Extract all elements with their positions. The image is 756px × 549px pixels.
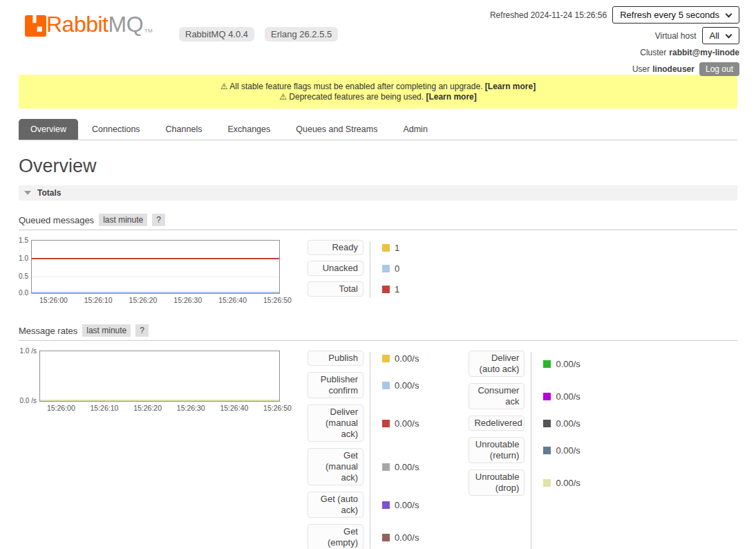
- banner-line-1: ⚠ All stable feature flags must be enabl…: [19, 82, 737, 92]
- y-tick: 0.0 /s: [20, 397, 37, 404]
- y-tick: 1.5: [19, 236, 28, 244]
- page-title: Overview: [19, 156, 756, 177]
- refresh-interval-select[interactable]: Refresh every 5 seconds: [612, 6, 739, 24]
- tab-overview[interactable]: Overview: [19, 119, 78, 140]
- legend-row-publisher-confirm: Publisher confirm 0.00/s: [308, 372, 419, 398]
- legend-row-unroutable-drop: Unroutable (drop) 0.00/s: [469, 469, 580, 496]
- y-axis-labels: 1.0 /s 0.0 /s: [19, 351, 39, 402]
- y-tick: 1.0 /s: [20, 347, 37, 355]
- warning-banner: ⚠ All stable feature flags must be enabl…: [19, 75, 737, 109]
- legend-label: Publish: [308, 351, 363, 366]
- legend-row-deliver-auto-ack: Deliver (auto ack) 0.00/s: [469, 351, 580, 377]
- legend-row-get-manual-ack: Get (manual ack) 0.00/s: [308, 448, 419, 485]
- x-axis-labels: 15:26:00 15:26:10 15:26:20 15:26:30 15:2…: [39, 404, 280, 414]
- logout-button[interactable]: Log out: [699, 62, 739, 76]
- x-tick: 15:26:20: [133, 404, 162, 412]
- consumer-ack-rate: 0.00/s: [556, 391, 580, 402]
- banner-line-2: ⚠ Deprecated features are being used. [L…: [19, 92, 737, 102]
- x-axis-labels: 15:26:00 15:26:10 15:26:20 15:26:30 15:2…: [31, 296, 280, 306]
- tab-admin[interactable]: Admin: [391, 119, 439, 140]
- period-badge[interactable]: last minute: [99, 214, 147, 226]
- rabbitmq-logo[interactable]: Rabbit MQ TM: [25, 11, 153, 37]
- main-tabs: Overview Connections Channels Exchanges …: [19, 119, 737, 140]
- get-auto-ack-color-swatch: [382, 501, 390, 509]
- message-rates-plot-area: [39, 351, 280, 402]
- user-name: linodeuser: [652, 64, 694, 74]
- unroutable-drop-color-swatch: [543, 479, 551, 487]
- tab-exchanges[interactable]: Exchanges: [216, 119, 282, 140]
- legend-label: Publisher confirm: [308, 372, 363, 398]
- deliver-manual-ack-color-swatch: [382, 420, 390, 427]
- get-empty-rate: 0.00/s: [395, 532, 419, 543]
- get-manual-ack-color-swatch: [382, 463, 390, 471]
- learn-more-link-1[interactable]: [Learn more]: [485, 82, 536, 91]
- total-value: 1: [395, 284, 399, 295]
- unacked-series-line: [32, 292, 279, 293]
- refreshed-timestamp: Refreshed 2024-11-24 15:26:56: [490, 10, 607, 20]
- legend-row-total: Total 1: [308, 281, 399, 297]
- get-empty-color-swatch: [382, 534, 390, 541]
- legend-label: Ready: [308, 240, 363, 255]
- message-rates-legend-col2: Deliver (auto ack) 0.00/s Consumer ack 0…: [469, 351, 580, 549]
- chevron-down-icon: [726, 31, 733, 38]
- y-tick: 1.0: [19, 254, 28, 262]
- deliver-auto-ack-rate: 0.00/s: [556, 359, 580, 369]
- rabbitmq-version-badge: RabbitMQ 4.0.4: [179, 27, 254, 41]
- tab-channels[interactable]: Channels: [154, 119, 214, 140]
- message-rates-section: Message rates last minute ? 1.0 /s 0.0 /…: [19, 324, 737, 549]
- legend-label: Total: [308, 281, 363, 297]
- message-rates-title: Message rates: [19, 326, 77, 336]
- redelivered-color-swatch: [543, 420, 551, 427]
- virtual-host-label: Virtual host: [655, 31, 697, 41]
- publish-rate: 0.00/s: [395, 353, 419, 364]
- publish-color-swatch: [382, 355, 390, 362]
- refresh-interval-value: Refresh every 5 seconds: [620, 10, 719, 20]
- x-tick: 15:26:20: [129, 296, 158, 304]
- total-color-swatch: [382, 286, 390, 293]
- queued-messages-header: Queued messages last minute ?: [19, 214, 737, 230]
- x-tick: 15:26:50: [263, 404, 292, 412]
- legend-label: Redelivered: [469, 416, 525, 431]
- x-tick: 15:26:30: [177, 404, 205, 412]
- x-tick: 15:26:40: [218, 296, 247, 304]
- virtual-host-select[interactable]: All: [702, 27, 739, 44]
- x-tick: 15:26:50: [263, 296, 292, 304]
- warning-icon-text: ⚠ Deprecated features are being used.: [279, 92, 424, 102]
- header-status-panel: Refreshed 2024-11-24 15:26:56 Refresh ev…: [490, 6, 739, 80]
- ready-color-swatch: [382, 244, 390, 252]
- header: Rabbit MQ TM RabbitMQ 4.0.4 Erlang 26.2.…: [0, 0, 756, 75]
- warning-icon-text: ⚠ All stable feature flags must be enabl…: [220, 82, 483, 91]
- erlang-version-badge: Erlang 26.2.5.5: [265, 27, 338, 41]
- legend-row-get-auto-ack: Get (auto ack) 0.00/s: [308, 492, 419, 518]
- unacked-value: 0: [395, 263, 399, 274]
- legend-row-publish: Publish 0.00/s: [308, 351, 419, 366]
- version-badges: RabbitMQ 4.0.4 Erlang 26.2.5.5: [179, 27, 338, 41]
- cluster-name: rabbit@my-linode: [669, 48, 739, 57]
- learn-more-link-2[interactable]: [Learn more]: [426, 92, 476, 102]
- queued-messages-plot-area: [31, 240, 280, 294]
- legend-label: Deliver (auto ack): [469, 351, 525, 377]
- deliver-auto-ack-color-swatch: [543, 360, 551, 368]
- x-tick: 15:26:10: [91, 404, 119, 412]
- chevron-down-icon: [726, 10, 733, 17]
- unroutable-drop-rate: 0.00/s: [556, 478, 580, 488]
- total-series-line: [32, 258, 279, 259]
- period-badge[interactable]: last minute: [82, 324, 131, 337]
- x-tick: 15:26:00: [47, 404, 75, 412]
- help-icon[interactable]: ?: [135, 324, 149, 337]
- cluster-label: Cluster: [640, 48, 666, 57]
- unroutable-return-color-swatch: [543, 447, 551, 454]
- help-icon[interactable]: ?: [152, 214, 165, 226]
- trademark: TM: [144, 28, 153, 34]
- tab-queues-and-streams[interactable]: Queues and Streams: [284, 119, 389, 140]
- publisher-confirm-color-swatch: [382, 382, 390, 389]
- totals-section-toggle[interactable]: Totals: [19, 185, 737, 201]
- tab-connections[interactable]: Connections: [80, 119, 152, 140]
- x-tick: 15:26:10: [84, 296, 113, 304]
- x-tick: 15:26:40: [220, 404, 248, 412]
- legend-row-ready: Ready 1: [308, 240, 399, 255]
- legend-row-deliver-manual-ack: Deliver (manual ack) 0.00/s: [308, 404, 419, 442]
- consumer-ack-color-swatch: [543, 393, 551, 400]
- queued-messages-section: Queued messages last minute ? 1.5 1.0 0.…: [19, 214, 737, 306]
- zero-rate-series-line: [40, 400, 279, 401]
